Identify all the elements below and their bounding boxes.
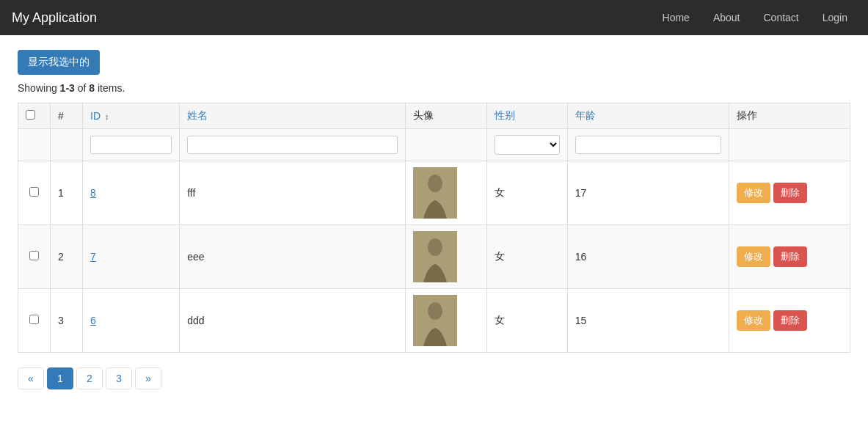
avatar — [413, 167, 457, 219]
row-id-link[interactable]: 7 — [90, 251, 96, 263]
nav-login[interactable]: Login — [814, 6, 856, 29]
filter-num — [51, 129, 83, 161]
filter-avatar-cell — [406, 129, 486, 161]
row-id-link[interactable]: 8 — [90, 187, 96, 199]
show-selected-button[interactable]: 显示我选中的 — [18, 50, 100, 75]
col-header-action: 操作 — [729, 103, 850, 129]
row-checkbox[interactable] — [29, 315, 39, 324]
table-row: 18fff 女17修改删除 — [18, 161, 850, 225]
page-prev-button[interactable]: « — [18, 367, 44, 389]
page-1-button[interactable]: 1 — [47, 367, 73, 389]
table-body: 18fff 女17修改删除27eee 女16修改删除36ddd 女15修改删除 — [18, 161, 850, 353]
col-header-check — [18, 103, 51, 129]
nav-home[interactable]: Home — [654, 6, 699, 29]
avatar — [413, 231, 457, 282]
table-row: 36ddd 女15修改删除 — [18, 289, 850, 353]
row-name: fff — [180, 161, 406, 225]
showing-suffix: items. — [95, 82, 125, 94]
row-name: ddd — [180, 289, 406, 353]
row-check-cell — [18, 161, 51, 225]
filter-id-input[interactable] — [90, 136, 172, 154]
filter-action-cell — [729, 129, 850, 161]
col-id-label: ID — [90, 110, 101, 122]
delete-button[interactable]: 删除 — [773, 310, 807, 331]
row-gender: 女 — [486, 161, 567, 225]
col-header-id[interactable]: ID ↕ — [83, 103, 180, 129]
navbar: My Application Home About Contact Login — [0, 0, 868, 35]
main-content: 显示我选中的 Showing 1-3 of 8 items. # ID ↕ 姓名… — [0, 35, 868, 404]
page-3-button[interactable]: 3 — [106, 367, 132, 389]
row-check-cell — [18, 225, 51, 289]
svg-point-2 — [428, 175, 442, 192]
sort-icon: ↕ — [105, 112, 109, 121]
row-actions: 修改删除 — [729, 289, 850, 353]
row-age: 15 — [567, 289, 729, 353]
data-table: # ID ↕ 姓名 头像 性别 年龄 操作 — [18, 103, 850, 353]
row-id-link[interactable]: 6 — [90, 315, 96, 326]
avatar — [413, 295, 457, 346]
row-avatar-cell — [406, 225, 486, 289]
nav-links: Home About Contact Login — [654, 6, 856, 29]
filter-row: 男 女 — [18, 129, 850, 161]
row-id: 7 — [83, 225, 180, 289]
filter-gender-cell: 男 女 — [486, 129, 567, 161]
showing-total: 8 — [89, 82, 95, 94]
edit-button[interactable]: 修改 — [737, 183, 770, 203]
showing-of: of — [75, 82, 89, 94]
svg-point-6 — [428, 238, 442, 256]
nav-about[interactable]: About — [704, 6, 749, 29]
row-num: 1 — [51, 161, 83, 225]
table-header-row: # ID ↕ 姓名 头像 性别 年龄 操作 — [18, 103, 850, 129]
row-avatar-cell — [406, 161, 486, 225]
pagination: « 1 2 3 » — [18, 367, 850, 389]
row-id: 8 — [83, 161, 180, 225]
edit-button[interactable]: 修改 — [737, 246, 770, 267]
filter-age-cell — [567, 129, 729, 161]
showing-info: Showing 1-3 of 8 items. — [18, 82, 850, 94]
delete-button[interactable]: 删除 — [773, 246, 807, 267]
row-checkbox[interactable] — [29, 187, 39, 197]
row-gender: 女 — [486, 289, 567, 353]
row-actions: 修改删除 — [729, 225, 850, 289]
col-header-age: 年龄 — [567, 103, 729, 129]
row-id: 6 — [83, 289, 180, 353]
row-checkbox[interactable] — [29, 251, 39, 260]
row-gender: 女 — [486, 225, 567, 289]
row-avatar-cell — [406, 289, 486, 353]
row-num: 3 — [51, 289, 83, 353]
filter-check — [18, 129, 51, 161]
row-age: 17 — [567, 161, 729, 225]
row-actions: 修改删除 — [729, 161, 850, 225]
page-2-button[interactable]: 2 — [76, 367, 103, 389]
row-age: 16 — [567, 225, 729, 289]
select-all-checkbox[interactable] — [26, 110, 35, 120]
col-header-gender: 性别 — [486, 103, 567, 129]
page-next-button[interactable]: » — [135, 367, 161, 389]
nav-contact[interactable]: Contact — [754, 6, 807, 29]
filter-name-cell — [180, 129, 406, 161]
filter-age-input[interactable] — [575, 136, 721, 154]
col-header-name: 姓名 — [180, 103, 406, 129]
row-name: eee — [180, 225, 406, 289]
row-num: 2 — [51, 225, 83, 289]
app-title: My Application — [12, 10, 97, 26]
delete-button[interactable]: 删除 — [773, 183, 807, 203]
table-row: 27eee 女16修改删除 — [18, 225, 850, 289]
filter-id-cell — [83, 129, 180, 161]
col-header-num: # — [51, 103, 83, 129]
row-check-cell — [18, 289, 51, 353]
filter-gender-select[interactable]: 男 女 — [495, 135, 560, 155]
col-header-avatar: 头像 — [406, 103, 486, 129]
showing-range: 1-3 — [60, 82, 75, 94]
svg-point-10 — [428, 302, 442, 320]
showing-prefix: Showing — [18, 82, 60, 94]
filter-name-input[interactable] — [187, 136, 398, 154]
edit-button[interactable]: 修改 — [737, 310, 770, 331]
